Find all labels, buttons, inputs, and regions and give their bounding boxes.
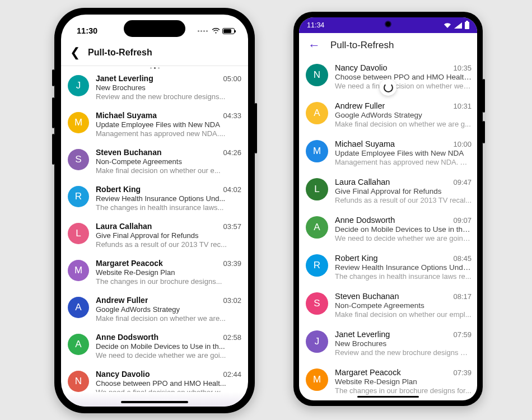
avatar: N xyxy=(306,64,328,86)
preview-text: Review and the new brochure designs... xyxy=(96,92,241,101)
timestamp: 02:44 xyxy=(223,370,241,379)
avatar: R xyxy=(68,186,89,207)
sender-name: Janet Leverling xyxy=(335,330,390,339)
volume-up-button xyxy=(52,97,54,128)
wifi-icon xyxy=(212,28,220,34)
timestamp: 05:00 xyxy=(223,74,241,83)
preview-text: We need a final decision on whether we .… xyxy=(335,82,472,90)
list-item[interactable]: RRobert King08:45Review Health Insurance… xyxy=(299,248,477,286)
subject: New Brochures xyxy=(96,83,241,92)
avatar: A xyxy=(306,216,328,239)
avatar: A xyxy=(306,102,328,124)
avatar: A xyxy=(68,334,89,355)
subject: Choose between PPO and HMO Healt... xyxy=(96,379,241,388)
status-time: 11:30 xyxy=(77,26,97,35)
timestamp: 07:39 xyxy=(453,368,472,377)
list-item[interactable]: AAnne Dodsworth02:58Decide on Mobile Dev… xyxy=(61,328,248,365)
avatar: S xyxy=(68,149,89,170)
sender-name: Laura Callahan xyxy=(96,222,152,231)
preview-text: Review and the new brochure designs an..… xyxy=(335,348,472,357)
sender-name: Anne Dodsworth xyxy=(335,216,395,225)
timestamp: 09:07 xyxy=(453,216,472,225)
list-item[interactable]: AAndrew Fuller10:31Google AdWords Strate… xyxy=(299,96,477,134)
list-item[interactable]: AAnne Dodsworth09:07Decide on Mobile Dev… xyxy=(299,210,477,248)
subject: New Brochures xyxy=(335,339,472,348)
preview-text: The changes in health insurance laws... xyxy=(96,203,241,212)
list-item[interactable]: MMichael Suyama04:33Update Employee File… xyxy=(61,106,248,143)
list-item[interactable]: LLaura Callahan09:47Give Final Approval … xyxy=(299,172,477,210)
volume-down-button xyxy=(52,134,54,165)
subject: Review Health Insurance Options Under ..… xyxy=(335,263,472,272)
preview-text: Make final decision on whether we are g.… xyxy=(335,120,472,128)
list-item[interactable]: RRobert King04:02Review Health Insurance… xyxy=(61,180,248,217)
preview-text: Make final decision on whether our e... xyxy=(96,166,241,175)
sender-name: Anne Dodsworth xyxy=(96,333,158,342)
timestamp: 10:31 xyxy=(453,102,472,110)
power-button xyxy=(483,121,485,143)
avatar: N xyxy=(68,371,89,392)
cellular-icon xyxy=(198,30,208,32)
preview-text: Make final decision on whether our empl.… xyxy=(335,310,472,319)
pull-refresh-spinner xyxy=(380,79,396,96)
subject: Google AdWords Strategy xyxy=(335,111,472,119)
power-button xyxy=(255,103,257,153)
avatar: J xyxy=(306,330,328,353)
android-device-frame: 11:34 ← Pull-to-Refresh NNancy Davolio10… xyxy=(293,12,483,406)
preview-text: The changes in health insurance laws re.… xyxy=(335,272,472,281)
list-item[interactable]: JJanet Leverling07:59New BrochuresReview… xyxy=(299,324,477,362)
preview-text: Refunds as a result of our 2013 TV rec..… xyxy=(96,240,241,249)
timestamp: 10:00 xyxy=(453,140,472,148)
sender-name: Janet Leverling xyxy=(96,74,153,83)
timestamp: 04:26 xyxy=(223,148,241,157)
wifi-icon xyxy=(444,22,451,29)
avatar: M xyxy=(68,260,89,281)
sender-name: Robert King xyxy=(335,254,378,263)
subject: Update Employee Files with New NDA xyxy=(96,120,241,129)
sender-name: Margaret Peacock xyxy=(96,259,163,268)
avatar: L xyxy=(306,178,328,200)
timestamp: 08:45 xyxy=(453,254,472,263)
sender-name: Laura Callahan xyxy=(335,178,390,186)
list-item[interactable]: MMargaret Peacock03:39Website Re-Design … xyxy=(61,254,248,291)
sender-name: Nancy Davolio xyxy=(96,370,150,379)
list-item[interactable]: SSteven Buchanan08:17Non-Compete Agreeme… xyxy=(299,286,477,324)
sender-name: Steven Buchanan xyxy=(335,292,399,301)
list-item[interactable]: JJanet Leverling05:00New BrochuresReview… xyxy=(61,69,248,106)
avatar: J xyxy=(68,75,89,96)
email-list[interactable]: JJanet Leverling05:00New BrochuresReview… xyxy=(61,69,248,392)
iphone-device-frame: 11:30 ❮ Pull-to-Refresh JJanet Leverling… xyxy=(54,8,255,413)
back-arrow-icon[interactable]: ← xyxy=(305,38,326,53)
timestamp: 04:02 xyxy=(223,185,241,194)
android-app-bar: ← Pull-to-Refresh xyxy=(299,33,477,58)
mute-switch xyxy=(52,69,54,86)
avatar: M xyxy=(306,368,328,391)
preview-text: Refunds as a result of our 2013 TV recal… xyxy=(335,196,472,204)
spinner-icon xyxy=(384,83,393,92)
sender-name: Andrew Fuller xyxy=(335,101,385,110)
list-item[interactable]: SSteven Buchanan04:26Non-Compete Agreeme… xyxy=(61,143,248,180)
list-item[interactable]: MMichael Suyama10:00Update Employee File… xyxy=(299,134,477,172)
list-item[interactable]: NNancy Davolio02:44Choose between PPO an… xyxy=(61,365,248,392)
list-item[interactable]: LLaura Callahan03:57Give Final Approval … xyxy=(61,217,248,254)
timestamp: 04:33 xyxy=(223,111,241,120)
timestamp: 10:35 xyxy=(453,64,472,72)
status-time: 11:34 xyxy=(307,21,324,29)
timestamp: 03:02 xyxy=(223,296,241,305)
list-item[interactable]: MMargaret Peacock07:39Website Re-Design … xyxy=(299,362,477,400)
back-chevron-icon[interactable]: ❮ xyxy=(67,45,83,60)
sender-name: Andrew Fuller xyxy=(96,296,148,305)
list-item[interactable]: AAndrew Fuller03:02Google AdWords Strate… xyxy=(61,291,248,328)
avatar: R xyxy=(306,254,328,277)
sender-name: Michael Suyama xyxy=(96,111,157,120)
preview-text: The changes in our brochure designs... xyxy=(96,277,241,286)
sender-name: Nancy Davolio xyxy=(335,63,388,72)
ios-navigation-bar: ❮ Pull-to-Refresh xyxy=(61,41,248,66)
dynamic-island xyxy=(124,20,185,37)
preview-text: Management has approved new NDA.... xyxy=(96,129,241,138)
volume-rocker xyxy=(483,79,485,113)
preview-text: The changes in our brochure designs for.… xyxy=(335,386,472,395)
subject: Give Final Approval for Refunds xyxy=(335,187,472,195)
email-list[interactable]: NNancy Davolio10:35Choose between PPO an… xyxy=(299,58,477,400)
battery-icon xyxy=(222,28,235,34)
subject: Website Re-Design Plan xyxy=(335,377,472,386)
